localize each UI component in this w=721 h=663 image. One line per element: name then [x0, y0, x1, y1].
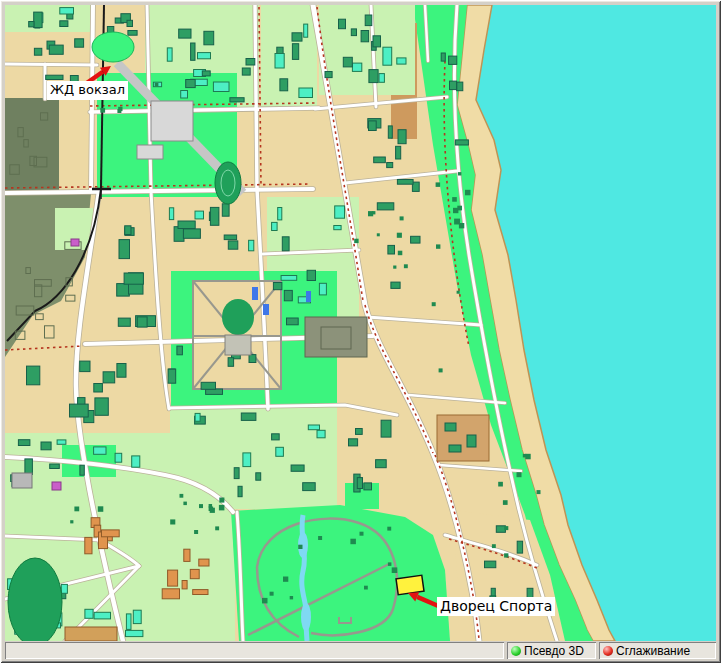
map-feature	[222, 299, 254, 335]
building	[41, 442, 51, 450]
building	[439, 368, 443, 372]
building	[457, 206, 462, 211]
building	[351, 29, 356, 36]
building	[381, 420, 391, 437]
status-panel-pseudo3d[interactable]: Псевдо 3D	[507, 642, 596, 659]
building	[377, 233, 380, 236]
building	[398, 130, 406, 144]
building	[373, 36, 381, 47]
building	[85, 537, 92, 553]
building	[215, 526, 219, 530]
building	[523, 454, 527, 458]
building	[397, 180, 413, 185]
building	[364, 586, 368, 590]
building	[199, 504, 203, 508]
building	[80, 361, 90, 372]
map-feature	[215, 162, 241, 204]
building	[246, 59, 255, 66]
building	[219, 498, 224, 503]
map-viewport[interactable]: ЖД вокзал Дворец Спорта	[5, 5, 716, 641]
building	[228, 241, 238, 249]
building	[195, 413, 200, 421]
building	[126, 614, 131, 630]
building	[243, 453, 251, 467]
building	[374, 157, 386, 163]
building	[452, 197, 457, 202]
building	[241, 413, 256, 420]
map-feature	[445, 423, 456, 431]
building	[457, 82, 463, 91]
status-panel-main	[5, 642, 504, 659]
building	[199, 559, 209, 566]
building	[18, 440, 30, 446]
map-feature	[151, 101, 193, 141]
building	[396, 146, 401, 159]
map-svg	[5, 5, 716, 641]
building	[432, 302, 436, 306]
building	[183, 229, 200, 238]
building	[372, 211, 375, 214]
building	[57, 440, 66, 444]
building	[262, 598, 268, 604]
building	[334, 226, 341, 230]
building	[504, 553, 508, 557]
building	[46, 75, 63, 79]
building	[180, 494, 184, 498]
building	[272, 222, 278, 230]
building	[177, 346, 183, 355]
building	[397, 233, 402, 238]
building	[272, 434, 280, 440]
building	[303, 483, 316, 491]
building	[369, 121, 377, 131]
map-feature	[396, 575, 424, 594]
building	[465, 190, 471, 196]
building	[184, 549, 190, 561]
building	[213, 82, 229, 92]
building	[27, 366, 40, 385]
building	[117, 364, 126, 378]
building	[234, 468, 239, 479]
map-region	[231, 505, 450, 641]
building	[204, 31, 214, 45]
building	[517, 472, 522, 477]
building	[102, 530, 120, 537]
building	[292, 33, 302, 41]
building	[387, 163, 393, 168]
building	[115, 453, 122, 462]
status-panel-smoothing[interactable]: Сглаживание	[599, 642, 716, 659]
building	[404, 264, 408, 268]
building	[34, 12, 42, 28]
building	[383, 47, 392, 65]
building	[339, 19, 346, 29]
building	[119, 240, 130, 259]
building	[210, 207, 219, 225]
map-feature	[263, 304, 269, 315]
building	[125, 226, 131, 235]
building	[191, 43, 195, 60]
building	[126, 630, 143, 636]
building	[317, 430, 325, 438]
map-feature	[8, 558, 62, 641]
building	[304, 24, 308, 37]
map-feature	[467, 435, 476, 447]
map-region	[5, 5, 91, 32]
map-feature	[449, 445, 461, 452]
building	[388, 245, 395, 254]
building	[335, 206, 345, 218]
building	[162, 589, 179, 599]
building	[124, 273, 143, 284]
building	[388, 126, 392, 138]
building	[449, 56, 457, 64]
map-feature	[437, 415, 489, 461]
building	[308, 425, 319, 430]
building	[369, 70, 378, 83]
building	[352, 63, 361, 71]
building	[458, 172, 461, 175]
building	[202, 71, 210, 76]
map-feature	[65, 627, 117, 641]
pseudo3d-label: Псевдо 3D	[524, 644, 584, 658]
building	[411, 236, 420, 243]
building	[287, 318, 299, 325]
map-feature	[92, 32, 134, 62]
building	[168, 570, 178, 586]
